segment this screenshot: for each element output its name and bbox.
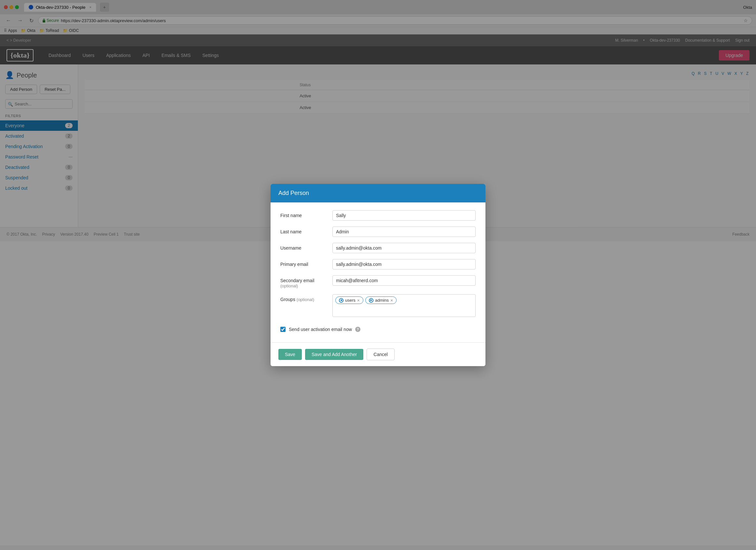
modal-title: Add Person	[278, 190, 309, 196]
username-input[interactable]	[332, 243, 476, 253]
secondary-email-label: Secondary email (optional)	[280, 275, 332, 288]
groups-field[interactable]: users × admins ×	[332, 294, 476, 317]
group-tag-icon-users	[339, 298, 343, 303]
username-row: Username	[280, 243, 476, 253]
last-name-input[interactable]	[332, 227, 476, 237]
modal-overlay: Add Person First name Last name Username…	[0, 0, 756, 545]
cancel-button[interactable]: Cancel	[367, 348, 395, 360]
groups-optional: (optional)	[297, 297, 314, 302]
add-person-modal: Add Person First name Last name Username…	[271, 184, 485, 366]
activation-email-checkbox[interactable]	[280, 327, 286, 332]
first-name-row: First name	[280, 210, 476, 221]
secondary-email-row: Secondary email (optional)	[280, 275, 476, 288]
secondary-email-input[interactable]	[332, 275, 476, 286]
last-name-row: Last name	[280, 227, 476, 237]
activation-email-label: Send user activation email now	[289, 327, 352, 332]
save-button[interactable]: Save	[278, 349, 302, 360]
group-tag-users: users ×	[335, 296, 363, 304]
group-tag-icon-admins	[369, 298, 373, 303]
username-label: Username	[280, 243, 332, 251]
group-tag-users-label: users	[345, 298, 356, 303]
modal-footer: Save Save and Add Another Cancel	[271, 343, 485, 366]
groups-label: Groups (optional)	[280, 294, 332, 302]
first-name-input[interactable]	[332, 210, 476, 221]
group-tag-users-remove[interactable]: ×	[357, 298, 360, 303]
group-tag-admins-label: admins	[375, 298, 389, 303]
primary-email-input[interactable]	[332, 259, 476, 270]
groups-row: Groups (optional) users × admins ×	[280, 294, 476, 317]
help-icon[interactable]: ?	[355, 327, 360, 332]
primary-email-label: Primary email	[280, 259, 332, 267]
modal-body: First name Last name Username Primary em…	[271, 203, 485, 342]
save-and-add-button[interactable]: Save and Add Another	[305, 349, 363, 360]
secondary-email-optional: (optional)	[280, 283, 298, 288]
modal-header: Add Person	[271, 184, 485, 203]
last-name-label: Last name	[280, 227, 332, 234]
group-tag-admins: admins ×	[365, 296, 397, 304]
group-tag-admins-remove[interactable]: ×	[390, 298, 393, 303]
primary-email-row: Primary email	[280, 259, 476, 270]
first-name-label: First name	[280, 210, 332, 218]
activation-email-row: Send user activation email now ?	[280, 323, 476, 334]
